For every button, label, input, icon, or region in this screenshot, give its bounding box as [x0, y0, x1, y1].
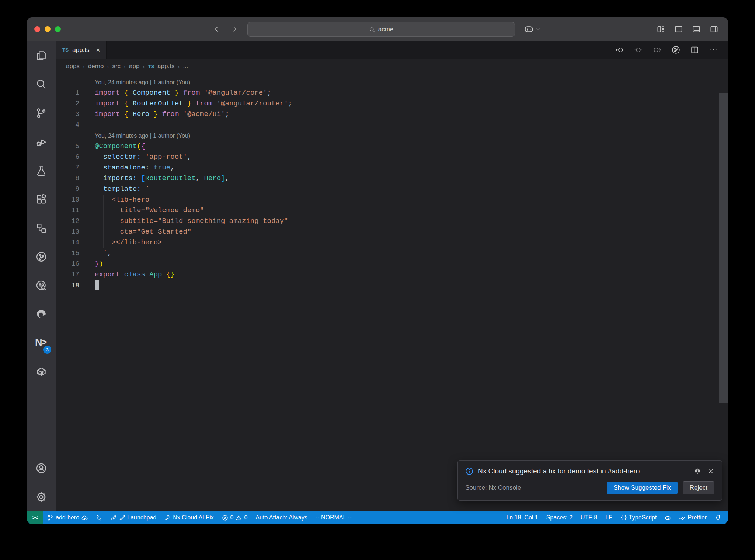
status-eol[interactable]: LF	[601, 511, 616, 524]
show-suggested-fix-button[interactable]: Show Suggested Fix	[607, 482, 678, 494]
tab-app-ts[interactable]: TS app.ts ×	[56, 41, 107, 59]
code-line: 3import { Hero } from '@acme/ui';	[56, 109, 728, 120]
activity-run-debug[interactable]	[27, 127, 56, 156]
window-controls	[34, 26, 61, 32]
breadcrumb[interactable]: apps›demo›src›app›TSapp.ts›...	[56, 59, 728, 74]
arrow-left-icon[interactable]	[213, 24, 223, 34]
bell-dot-icon	[715, 515, 721, 521]
git-blame-lens[interactable]: You, 24 minutes ago | 1 author (You)	[56, 77, 190, 88]
line-number: 17	[56, 269, 95, 280]
status-branch[interactable]: add-hero	[43, 511, 92, 524]
activity-accounts[interactable]	[27, 454, 56, 483]
run-debug-icon	[35, 136, 48, 148]
more-actions-icon[interactable]	[709, 45, 719, 55]
command-center[interactable]: acme	[247, 22, 515, 37]
traffic-close-button[interactable]	[34, 26, 40, 32]
indent-guide	[95, 248, 95, 259]
breadcrumb-item[interactable]: app	[129, 63, 139, 70]
breadcrumb-item[interactable]: demo	[88, 63, 104, 70]
hierarchy-icon	[35, 222, 48, 234]
codelens-row: You, 24 minutes ago | 1 author (You)	[56, 77, 728, 88]
code-line: 1import { Component } from '@angular/cor…	[56, 88, 728, 98]
testing-icon	[35, 164, 48, 177]
activity-nx-project-graph[interactable]	[27, 242, 56, 271]
traffic-zoom-button[interactable]	[55, 26, 61, 32]
activity-nx-console[interactable]: N>3	[27, 329, 56, 357]
line-number: 7	[56, 162, 95, 173]
breadcrumb-separator-icon: ›	[124, 63, 126, 70]
code-editor[interactable]: You, 24 minutes ago | 1 author (You)1imp…	[56, 74, 728, 511]
code-line: 4	[56, 120, 728, 130]
arrow-right-icon[interactable]	[229, 24, 238, 34]
activity-nx-graph-search[interactable]	[27, 271, 56, 300]
screen: acme N>3 TS app.ts × apps›demo›sr	[0, 0, 755, 560]
vertical-scrollbar[interactable]	[719, 93, 728, 403]
line-number: 3	[56, 109, 95, 120]
toggle-secondary-sidebar-icon[interactable]	[709, 24, 719, 34]
activity-search-sidebar[interactable]	[27, 70, 56, 99]
status-auto-attach[interactable]: Auto Attach: Always	[251, 511, 312, 524]
activity-source-control[interactable]	[27, 99, 56, 127]
code-line: 13 cta="Get Started"	[56, 227, 728, 237]
breadcrumb-separator-icon: ›	[178, 63, 180, 70]
line-number: 4	[56, 120, 95, 130]
status-formatter[interactable]: Prettier	[675, 511, 711, 524]
nx-graph-search-icon	[35, 279, 48, 292]
line-number: 5	[56, 141, 95, 152]
reject-button[interactable]: Reject	[683, 481, 714, 494]
close-tab-icon[interactable]: ×	[96, 46, 100, 53]
status-notifications-bell[interactable]	[711, 511, 725, 524]
status-problems[interactable]: 00	[218, 511, 252, 524]
status-vim-mode[interactable]: -- NORMAL --	[312, 511, 356, 524]
nav-back-change-icon[interactable]	[615, 45, 624, 55]
status-indentation[interactable]: Spaces: 2	[542, 511, 577, 524]
containers-icon	[35, 365, 48, 378]
status-nx-cloud-ai-fix[interactable]: Nx Cloud AI Fix	[160, 511, 218, 524]
code-rows: You, 24 minutes ago | 1 author (You)1imp…	[56, 77, 728, 291]
breadcrumb-item[interactable]: src	[112, 63, 121, 70]
copilot-icon	[665, 515, 671, 521]
warning-triangle-icon	[236, 515, 242, 521]
breadcrumb-overflow[interactable]: ...	[183, 63, 188, 70]
gear-icon[interactable]	[694, 468, 701, 475]
traffic-minimize-button[interactable]	[45, 26, 51, 32]
indent-guide	[95, 162, 95, 173]
split-editor-icon[interactable]	[690, 45, 700, 55]
status-cursor-position[interactable]: Ln 18, Col 1	[502, 511, 542, 524]
double-check-icon	[679, 515, 685, 521]
activity-hierarchy[interactable]	[27, 214, 56, 242]
status-language[interactable]: {}TypeScript	[616, 511, 661, 524]
toggle-primary-sidebar-icon[interactable]	[674, 24, 683, 34]
activity-explorer[interactable]	[27, 41, 56, 70]
close-icon[interactable]	[707, 468, 714, 475]
activity-edge-tools[interactable]	[27, 300, 56, 329]
nx-run-icon[interactable]	[671, 45, 681, 55]
activity-extensions[interactable]	[27, 185, 56, 214]
status-copilot[interactable]	[661, 511, 675, 524]
status-launchpad[interactable]: Launchpad	[106, 511, 160, 524]
settings-gear-icon	[35, 491, 48, 503]
customize-layout-icon[interactable]	[656, 24, 666, 34]
breadcrumb-file[interactable]: app.ts	[157, 63, 174, 70]
remote-glyph: ><	[32, 515, 38, 521]
code-line: 6 selector: 'app-root',	[56, 152, 728, 162]
current-change-icon[interactable]	[633, 45, 643, 55]
git-blame-lens[interactable]: You, 24 minutes ago | 1 author (You)	[56, 130, 190, 141]
search-sidebar-icon	[35, 78, 48, 91]
remote-indicator[interactable]: ><	[27, 511, 43, 524]
notification-source: Source: Nx Console	[465, 484, 602, 491]
indent-guide	[103, 205, 104, 216]
tab-bar: TS app.ts ×	[56, 41, 728, 59]
activity-containers[interactable]	[27, 357, 56, 386]
nav-forward-change-icon[interactable]	[652, 45, 662, 55]
main-region: N>3 TS app.ts × apps›demo›src›app›TSapp.…	[27, 41, 728, 511]
line-number: 10	[56, 195, 95, 205]
activity-settings-gear[interactable]	[27, 483, 56, 511]
copilot-menu-button[interactable]	[524, 24, 541, 34]
status-encoding[interactable]: UTF-8	[577, 511, 601, 524]
breadcrumb-item[interactable]: apps	[66, 63, 80, 70]
layout-controls	[656, 24, 719, 34]
status-git-graph[interactable]	[92, 511, 106, 524]
activity-testing[interactable]	[27, 156, 56, 185]
toggle-panel-icon[interactable]	[692, 24, 701, 34]
